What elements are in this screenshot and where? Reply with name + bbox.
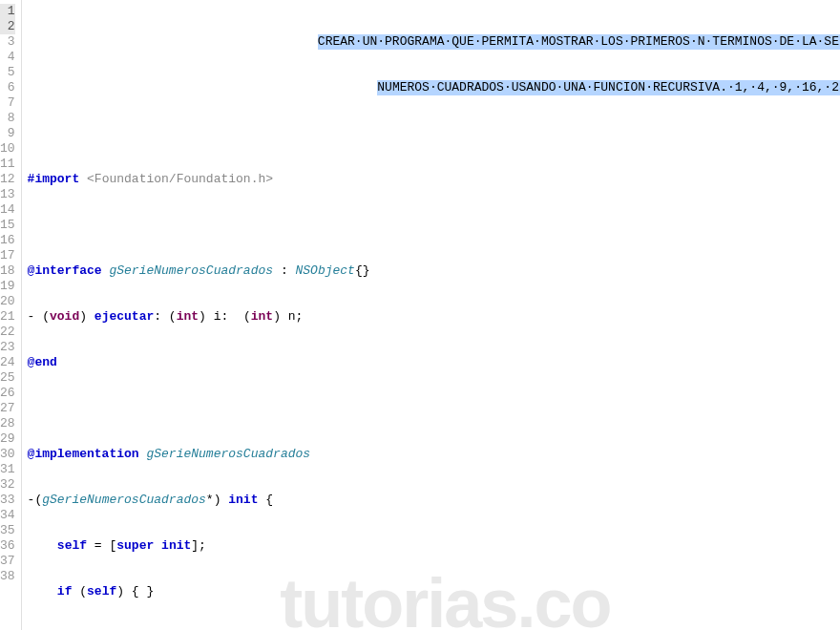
line-number: 32 bbox=[0, 477, 15, 493]
code-line: self = [super init]; bbox=[28, 538, 840, 554]
line-number: 9 bbox=[0, 126, 15, 141]
line-number: 2 bbox=[0, 19, 15, 34]
line-number: 5 bbox=[0, 65, 15, 80]
line-number: 21 bbox=[0, 309, 15, 325]
line-number: 36 bbox=[0, 538, 15, 554]
code-line bbox=[28, 401, 840, 416]
line-number: 30 bbox=[0, 447, 15, 462]
code-line: if (self) { } bbox=[28, 584, 840, 599]
code-line: -(gSerieNumerosCuadrados*) init { bbox=[28, 493, 840, 508]
line-number: 16 bbox=[0, 233, 15, 248]
line-number: 7 bbox=[0, 95, 15, 111]
selected-text: NUMEROS·CUADRADOS·USANDO·UNA·FUNCION·REC… bbox=[377, 80, 840, 95]
line-number: 6 bbox=[0, 80, 15, 95]
code-line: #import <Foundation/Foundation.h> bbox=[28, 172, 840, 187]
line-number: 35 bbox=[0, 523, 15, 538]
line-number: 24 bbox=[0, 355, 15, 370]
line-number: 17 bbox=[0, 248, 15, 263]
line-number: 10 bbox=[0, 141, 15, 157]
code-line bbox=[28, 218, 840, 233]
line-number: 25 bbox=[0, 370, 15, 386]
code-line bbox=[28, 126, 840, 141]
line-number: 20 bbox=[0, 294, 15, 309]
line-number: 38 bbox=[0, 569, 15, 584]
line-number: 28 bbox=[0, 416, 15, 431]
selected-text: CREAR·UN·PROGRAMA·QUE·PERMITA·MOSTRAR·LO… bbox=[318, 34, 840, 50]
line-number: 1 bbox=[0, 4, 15, 19]
line-number: 13 bbox=[0, 187, 15, 202]
line-number: 31 bbox=[0, 462, 15, 477]
code-line: NUMEROS·CUADRADOS·USANDO·UNA·FUNCION·REC… bbox=[28, 80, 840, 95]
code-line: @interface gSerieNumerosCuadrados : NSOb… bbox=[28, 263, 840, 279]
line-number: 29 bbox=[0, 431, 15, 447]
code-editor[interactable]: 1234567891011121314151617181920212223242… bbox=[0, 0, 840, 630]
line-number: 33 bbox=[0, 493, 15, 508]
line-number-gutter: 1234567891011121314151617181920212223242… bbox=[0, 0, 22, 630]
code-line: @end bbox=[28, 355, 840, 370]
line-number: 37 bbox=[0, 554, 15, 569]
line-number: 14 bbox=[0, 202, 15, 218]
code-area[interactable]: CREAR·UN·PROGRAMA·QUE·PERMITA·MOSTRAR·LO… bbox=[22, 0, 840, 630]
line-number: 4 bbox=[0, 50, 15, 65]
code-line: CREAR·UN·PROGRAMA·QUE·PERMITA·MOSTRAR·LO… bbox=[28, 34, 840, 50]
line-number: 19 bbox=[0, 279, 15, 294]
line-number: 3 bbox=[0, 34, 15, 50]
line-number: 27 bbox=[0, 401, 15, 416]
line-number: 34 bbox=[0, 508, 15, 523]
code-line: @implementation gSerieNumerosCuadrados bbox=[28, 447, 840, 462]
line-number: 12 bbox=[0, 172, 15, 187]
line-number: 26 bbox=[0, 386, 15, 401]
line-number: 8 bbox=[0, 111, 15, 126]
line-number: 11 bbox=[0, 157, 15, 172]
line-number: 22 bbox=[0, 325, 15, 340]
code-line: - (void) ejecutar: (int) i: (int) n; bbox=[28, 309, 840, 325]
line-number: 18 bbox=[0, 263, 15, 279]
line-number: 23 bbox=[0, 340, 15, 355]
line-number: 15 bbox=[0, 218, 15, 233]
